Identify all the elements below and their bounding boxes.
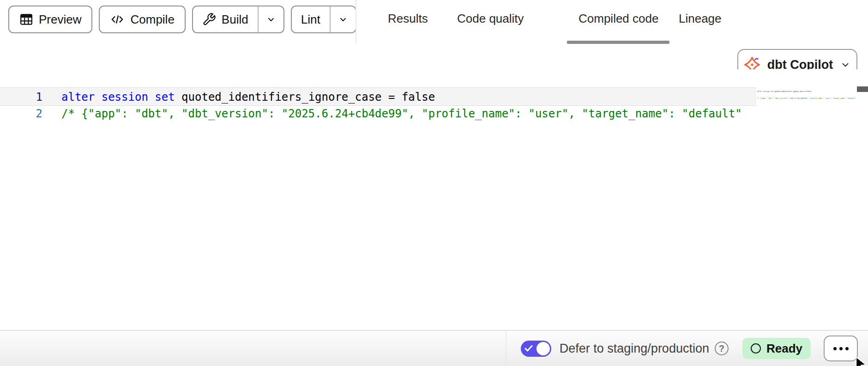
preview-button-label: Preview [39, 12, 81, 27]
compile-button-label: Compile [130, 12, 174, 27]
toggle-knob [536, 342, 550, 355]
ellipsis-icon [833, 347, 849, 350]
tab-results[interactable]: Results [388, 12, 428, 26]
check-icon [524, 345, 533, 352]
code-line-text: /* {"app": "dbt", "dbt_version": "2025.6… [61, 106, 742, 122]
toolbar-divider [356, 0, 356, 43]
sql-keyword: alter session set [61, 91, 175, 104]
lint-button-group: Lint [291, 6, 356, 33]
code-line: 1 alter session set quoted_identifiers_i… [0, 89, 756, 105]
defer-toggle[interactable] [521, 341, 551, 357]
sql-comment: /* {"app": "dbt", "dbt_version": "2025.6… [61, 107, 742, 120]
dbt-ide-root: Preview Compile [0, 0, 868, 366]
line-number: 2 [0, 106, 42, 122]
code-editor[interactable]: 1 alter session set quoted_identifiers_i… [0, 69, 868, 330]
tab-compiled-code[interactable]: Compiled code [579, 12, 658, 26]
minimap-line: /* {"app": "dbt", "dbt_version": "2025.6… [757, 98, 856, 99]
status-bar: Defer to staging/production ? Ready [0, 330, 868, 366]
tab-code-quality[interactable]: Code quality [457, 12, 524, 26]
lint-dropdown-button[interactable] [330, 6, 356, 32]
code-line-text: alter session set quoted_identifiers_ign… [61, 89, 435, 105]
defer-label: Defer to staging/production [560, 342, 709, 356]
mouse-cursor [854, 356, 868, 366]
build-button-label: Build [222, 12, 248, 27]
wrench-icon [202, 12, 216, 26]
line-number: 1 [0, 89, 42, 105]
toolbar: Preview Compile [0, 0, 868, 44]
statusbar-divider [506, 331, 506, 366]
active-tab-underline [567, 41, 669, 44]
build-button-group: Build [192, 6, 284, 33]
code-icon [110, 12, 125, 26]
help-icon[interactable]: ? [715, 342, 729, 355]
toolbar-button-row: Preview Compile [8, 6, 356, 33]
minimap-line: alter session set [757, 91, 774, 92]
chevron-down-icon [265, 14, 277, 25]
compile-button[interactable]: Compile [99, 6, 185, 33]
ready-label: Ready [766, 342, 802, 356]
preview-button[interactable]: Preview [8, 6, 92, 33]
sql-code: quoted_identifiers_ignore_case = false [175, 91, 435, 104]
chevron-down-icon [338, 14, 349, 25]
lint-button[interactable]: Lint [292, 6, 330, 32]
tab-lineage[interactable]: Lineage [679, 12, 722, 26]
minimap[interactable]: alter session set quoted_identifiers_ign… [757, 86, 857, 326]
ready-status-badge: Ready [742, 338, 811, 359]
status-circle-icon [751, 343, 761, 354]
build-button[interactable]: Build [193, 6, 258, 32]
lint-button-label: Lint [301, 12, 320, 27]
table-icon [19, 12, 33, 26]
overflow-menu-button[interactable] [824, 336, 858, 361]
minimap-content: alter session set quoted_identifiers_ign… [757, 86, 857, 104]
build-dropdown-button[interactable] [258, 6, 283, 32]
code-line: 2 /* {"app": "dbt", "dbt_version": "2025… [0, 106, 756, 122]
scrollbar-thumb[interactable] [857, 86, 868, 92]
